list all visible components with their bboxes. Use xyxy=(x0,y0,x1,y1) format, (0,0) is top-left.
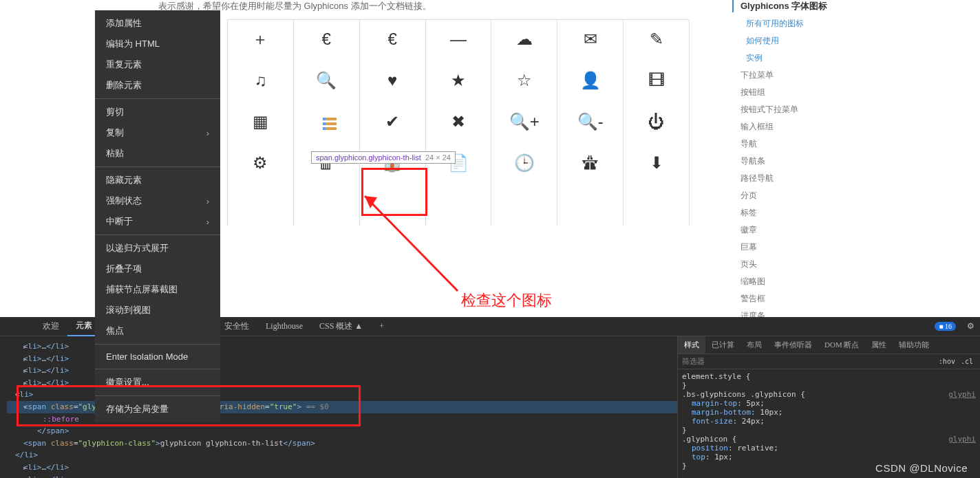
styles-rules[interactable]: element.style {}.bs-glyphicons .glyphico… xyxy=(678,369,980,473)
styles-tab[interactable]: 事件侦听器 xyxy=(768,336,818,354)
context-menu-item[interactable]: 折叠子项 xyxy=(95,259,220,279)
nav-sub-link[interactable]: 所有可用的图标 xyxy=(732,15,980,32)
nav-item[interactable]: 警告框 xyxy=(732,290,980,307)
cls-toggle[interactable]: .cl xyxy=(958,358,976,365)
devtools-tab[interactable]: 欢迎 xyxy=(34,317,67,336)
icon-cell[interactable]: 🔍+glyphicon glyphicon-zoom-in xyxy=(491,102,557,144)
styles-tab[interactable]: 布局 xyxy=(741,336,768,354)
nav-item[interactable]: 输入框组 xyxy=(732,118,980,135)
context-menu-item[interactable]: 捕获节点屏幕截图 xyxy=(95,279,220,300)
styles-tab[interactable]: 样式 xyxy=(678,336,705,354)
context-menu-item[interactable]: 添加属性 xyxy=(95,13,220,34)
icon-cell[interactable]: 🔍glyphicon glyphicon-search xyxy=(294,61,360,102)
icon-cell[interactable]: €glyphicon glyphicon-euro xyxy=(294,20,360,61)
context-menu-item[interactable]: 强制状态 xyxy=(95,191,220,211)
css-declaration[interactable]: position: relative; xyxy=(682,444,976,453)
context-menu-item[interactable]: 删除元素 xyxy=(95,75,220,96)
icon-cell[interactable]: ＋glyphicon glyphicon-plus xyxy=(228,20,294,61)
glyph-icon: 🕒 xyxy=(494,152,554,174)
icon-cell[interactable]: ▦glyphicon glyphicon-th xyxy=(228,102,294,144)
context-menu-item[interactable]: 以递归方式展开 xyxy=(95,238,220,259)
hov-toggle[interactable]: :hov xyxy=(936,358,958,365)
nav-item[interactable]: 导航条 xyxy=(732,153,980,170)
css-declaration[interactable]: margin-bottom: 10px; xyxy=(682,408,976,417)
nav-sub-link[interactable]: 如何使用 xyxy=(732,32,980,50)
css-declaration[interactable]: font-size: 24px; xyxy=(682,417,976,426)
icon-cell[interactable]: ♥glyphicon glyphicon-heart xyxy=(360,61,426,102)
icon-cell[interactable]: ★glyphicon glyphicon-star xyxy=(426,61,492,102)
css-selector[interactable]: .bs-glyphicons .glyphicon {glyphi xyxy=(682,390,976,399)
devtools-tab[interactable]: 安全性 xyxy=(216,317,257,336)
styles-tab[interactable]: 辅助功能 xyxy=(893,336,935,354)
context-menu-item[interactable]: Enter Isolation Mode xyxy=(95,347,220,366)
gear-icon[interactable]: ⚙ xyxy=(961,321,980,332)
css-declaration[interactable]: top: 1px; xyxy=(682,453,976,461)
dom-line[interactable]: </span> xyxy=(7,425,677,437)
css-brace: } xyxy=(682,426,976,435)
styles-tab[interactable]: DOM 断点 xyxy=(818,336,865,354)
css-selector[interactable]: .glyphicon {glyphi xyxy=(682,435,976,444)
nav-item[interactable]: 徽章 xyxy=(732,221,980,239)
glyph-icon: € xyxy=(297,28,356,50)
styles-tab[interactable]: 已计算 xyxy=(705,336,741,354)
icon-cell[interactable]: ✔glyphicon glyphicon-ok xyxy=(360,102,426,144)
icon-cell[interactable]: ⬇glyphicon glyphicon-download-alt xyxy=(624,144,690,185)
context-menu-item[interactable]: 中断于 xyxy=(95,211,220,232)
icon-cell[interactable]: 🎞glyphicon glyphicon-film xyxy=(624,61,690,102)
context-menu-item[interactable]: 隐藏元素 xyxy=(95,170,220,191)
nav-section-title[interactable]: Glyphicons 字体图标 xyxy=(732,0,980,12)
icon-cell[interactable]: 🛣glyphicon glyphicon-road xyxy=(557,144,624,185)
nav-item[interactable]: 缩略图 xyxy=(732,273,980,290)
icon-cell[interactable] xyxy=(294,185,360,226)
icon-cell[interactable]: €glyphicon glyphicon-eur xyxy=(360,20,426,61)
issues-badge[interactable]: ■ 16 xyxy=(935,322,956,331)
css-declaration[interactable]: margin-top: 5px; xyxy=(682,399,976,408)
icon-cell[interactable]: 📄glyphicon glyphicon-file xyxy=(426,144,492,185)
icon-cell[interactable]: ✎glyphicon glyphicon-pencil xyxy=(624,20,690,61)
context-menu-item[interactable]: 重复元素 xyxy=(95,54,220,75)
styles-filter-input[interactable]: 筛选器 xyxy=(682,356,936,367)
nav-item[interactable]: 路径导航 xyxy=(732,170,980,187)
context-menu-item[interactable]: 滚动到视图 xyxy=(95,300,220,321)
icon-cell[interactable]: ⏻glyphicon glyphicon-off xyxy=(624,102,690,144)
icon-cell[interactable] xyxy=(624,185,690,226)
dom-line[interactable]: <span class="glyphicon-class">glyphicon … xyxy=(7,437,677,450)
icon-cell[interactable] xyxy=(557,185,624,226)
icon-cell[interactable]: ☆glyphicon glyphicon-star-empty xyxy=(491,61,557,102)
nav-item[interactable]: 下拉菜单 xyxy=(732,67,980,84)
icon-cell[interactable]: ☁glyphicon glyphicon-cloud xyxy=(491,20,557,61)
nav-item[interactable]: 按钮式下拉菜单 xyxy=(732,101,980,118)
styles-tab[interactable]: 属性 xyxy=(865,336,893,354)
nav-item[interactable]: 标签 xyxy=(732,204,980,221)
icon-cell[interactable] xyxy=(491,185,557,226)
icon-cell[interactable]: 🔍-glyphicon glyphicon-zoom-out xyxy=(557,102,624,144)
icon-cell[interactable]: 🕒glyphicon glyphicon-time xyxy=(491,144,557,185)
nav-item[interactable]: 导航 xyxy=(732,135,980,153)
nav-item[interactable]: 页头 xyxy=(732,256,980,273)
nav-item[interactable]: 按钮组 xyxy=(732,84,980,101)
icon-cell[interactable]: glyphicon glyphicon-th-list xyxy=(294,102,360,144)
devtools-tab[interactable]: Lighthouse xyxy=(257,317,311,336)
context-menu-item[interactable]: 复制 xyxy=(95,122,220,143)
add-tab-button[interactable]: + xyxy=(371,317,392,336)
dom-line[interactable]: <li>…</li> xyxy=(7,461,677,474)
icon-cell[interactable]: 👤glyphicon glyphicon-user xyxy=(557,61,624,102)
nav-sub-link[interactable]: 实例 xyxy=(732,50,980,67)
context-menu-item[interactable]: 焦点 xyxy=(95,321,220,341)
icon-cell[interactable]: ✖glyphicon glyphicon-remove xyxy=(426,102,492,144)
nav-item[interactable]: 巨幕 xyxy=(732,239,980,256)
context-menu-item[interactable]: 粘贴 xyxy=(95,143,220,164)
icon-cell[interactable] xyxy=(228,185,294,226)
css-selector[interactable]: element.style { xyxy=(682,372,976,381)
icon-cell[interactable]: 🗑glyphicon glyphicon-trash xyxy=(294,144,360,185)
nav-item[interactable]: 分页 xyxy=(732,187,980,204)
icon-cell[interactable]: —glyphicon glyphicon-minus xyxy=(426,20,492,61)
icon-cell[interactable]: ✉glyphicon glyphicon-envelope xyxy=(557,20,624,61)
icon-cell[interactable]: ♫glyphicon glyphicon-music xyxy=(228,61,294,102)
dom-line[interactable]: <li>…</li> xyxy=(7,474,677,478)
dom-line[interactable]: </li> xyxy=(7,449,677,461)
devtools-tab[interactable]: CSS 概述 ▲ xyxy=(311,317,371,336)
icon-cell[interactable]: ⚙glyphicon glyphicon-cog xyxy=(228,144,294,185)
context-menu-item[interactable]: 剪切 xyxy=(95,102,220,122)
context-menu-item[interactable]: 编辑为 HTML xyxy=(95,34,220,54)
